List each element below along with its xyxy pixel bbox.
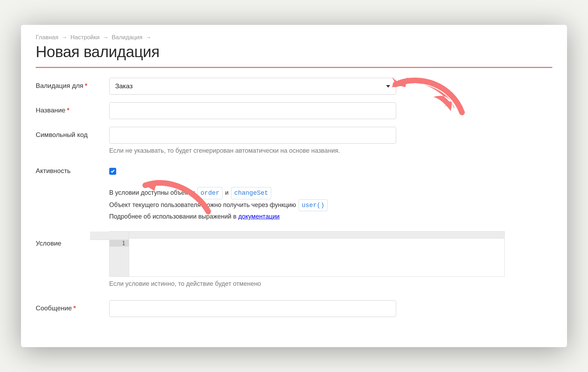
info-line2-prefix: Объект текущего пользователя можно получ… xyxy=(109,201,296,208)
name-input[interactable] xyxy=(109,102,396,119)
code-hint: Если не указывать, то будет сгенерирован… xyxy=(109,147,396,154)
required-mark: * xyxy=(67,106,69,114)
documentation-link[interactable]: документации xyxy=(238,213,280,220)
order-code-tag: order xyxy=(197,187,223,199)
form-panel: Главная → Настройки → Валидация → Новая … xyxy=(21,25,567,347)
breadcrumb: Главная → Настройки → Валидация → xyxy=(36,34,552,41)
userfn-code-tag: user() xyxy=(299,199,328,212)
condition-code-editor[interactable]: 1 xyxy=(109,231,505,277)
page-title: Новая валидация xyxy=(36,43,552,61)
breadcrumb-separator: → xyxy=(61,34,67,41)
required-mark: * xyxy=(85,82,87,89)
active-label: Активность xyxy=(36,167,71,174)
breadcrumb-separator: → xyxy=(146,34,152,41)
caret-down-icon xyxy=(386,85,390,88)
active-checkbox[interactable] xyxy=(109,168,116,175)
validation-for-label: Валидация для xyxy=(36,82,83,89)
code-gutter: 1 xyxy=(110,232,129,276)
info-and: и xyxy=(225,189,229,196)
validation-for-value: Заказ xyxy=(115,82,133,90)
info-line1-prefix: В условии доступны объекты xyxy=(109,189,195,196)
breadcrumb-settings[interactable]: Настройки xyxy=(70,34,99,41)
message-label: Сообщение xyxy=(36,304,72,312)
condition-hint: Если условие истинно, то действие будет … xyxy=(109,280,505,288)
check-icon xyxy=(110,169,115,174)
required-mark: * xyxy=(73,304,76,312)
name-label: Название xyxy=(36,106,65,114)
info-block: В условии доступны объекты order и chang… xyxy=(109,187,505,222)
breadcrumb-home[interactable]: Главная xyxy=(36,34,58,41)
validation-for-select[interactable]: Заказ xyxy=(109,78,396,95)
changeset-code-tag: changeSet xyxy=(231,187,271,199)
breadcrumb-separator: → xyxy=(103,34,108,41)
code-input[interactable] xyxy=(109,127,396,144)
info-line3-prefix: Подробнее об использовании выражений в xyxy=(109,213,237,220)
line-number: 1 xyxy=(110,240,129,247)
code-editor-body[interactable] xyxy=(129,232,504,276)
code-label: Символьный код xyxy=(36,131,88,138)
message-input[interactable] xyxy=(109,300,396,317)
condition-label: Условие xyxy=(36,240,61,247)
title-underline xyxy=(36,67,552,68)
breadcrumb-validation[interactable]: Валидация xyxy=(112,34,142,41)
